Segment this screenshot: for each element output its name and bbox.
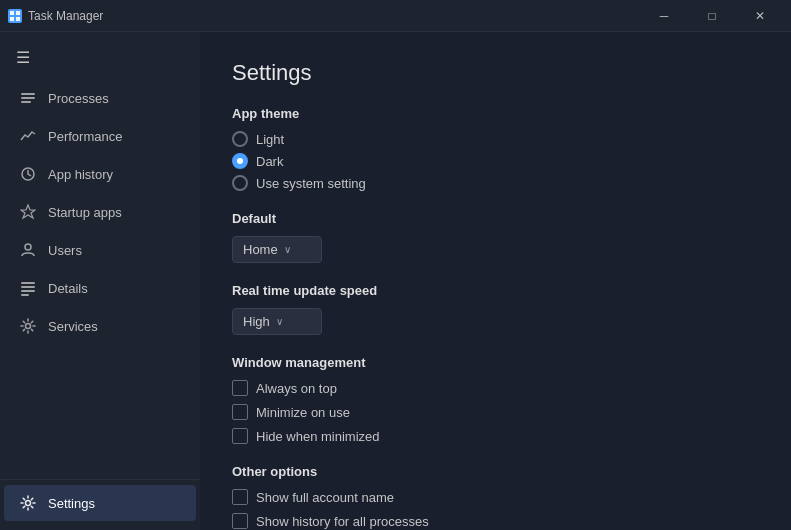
svg-rect-9 — [21, 282, 35, 284]
show-full-account-checkbox[interactable] — [232, 489, 248, 505]
svg-rect-4 — [21, 93, 35, 95]
sidebar-item-users[interactable]: Users — [4, 232, 196, 268]
svg-rect-0 — [10, 11, 14, 15]
theme-light-label: Light — [256, 132, 284, 147]
minimize-on-use-option[interactable]: Minimize on use — [232, 404, 759, 420]
other-options-checkboxes: Show full account name Show history for … — [232, 489, 759, 529]
svg-rect-6 — [21, 101, 31, 103]
realtime-dropdown-value: High — [243, 314, 270, 329]
sidebar-label-app-history: App history — [48, 167, 113, 182]
performance-icon — [20, 128, 36, 144]
hide-when-minimized-checkbox[interactable] — [232, 428, 248, 444]
other-options-section: Other options Show full account name Sho… — [232, 464, 759, 529]
theme-dark-radio[interactable] — [232, 153, 248, 169]
theme-dark-label: Dark — [256, 154, 283, 169]
sidebar-label-users: Users — [48, 243, 82, 258]
minimize-button[interactable]: ─ — [641, 0, 687, 32]
window-controls: ─ □ ✕ — [641, 0, 783, 32]
users-icon — [20, 242, 36, 258]
sidebar-label-settings: Settings — [48, 496, 95, 511]
sidebar-item-settings[interactable]: Settings — [4, 485, 196, 521]
hide-when-minimized-label: Hide when minimized — [256, 429, 380, 444]
services-icon — [20, 318, 36, 334]
show-history-checkbox[interactable] — [232, 513, 248, 529]
hide-when-minimized-option[interactable]: Hide when minimized — [232, 428, 759, 444]
default-section: Default Home ∨ — [232, 211, 759, 263]
close-button[interactable]: ✕ — [737, 0, 783, 32]
svg-rect-10 — [21, 286, 35, 288]
details-icon — [20, 280, 36, 296]
default-dropdown-arrow: ∨ — [284, 244, 291, 255]
theme-light-radio[interactable] — [232, 131, 248, 147]
page-title: Settings — [232, 60, 759, 86]
window-management-checkboxes: Always on top Minimize on use Hide when … — [232, 380, 759, 444]
default-dropdown-value: Home — [243, 242, 278, 257]
show-history-option[interactable]: Show history for all processes — [232, 513, 759, 529]
window-title: Task Manager — [28, 9, 103, 23]
svg-point-13 — [26, 324, 31, 329]
always-on-top-checkbox[interactable] — [232, 380, 248, 396]
default-label: Default — [232, 211, 759, 226]
app-icon — [8, 9, 22, 23]
sidebar-item-services[interactable]: Services — [4, 308, 196, 344]
sidebar-bottom: Settings — [0, 479, 200, 522]
always-on-top-label: Always on top — [256, 381, 337, 396]
app-theme-label: App theme — [232, 106, 759, 121]
svg-point-14 — [26, 501, 31, 506]
show-full-account-label: Show full account name — [256, 490, 394, 505]
sidebar-label-performance: Performance — [48, 129, 122, 144]
minimize-on-use-label: Minimize on use — [256, 405, 350, 420]
window-management-label: Window management — [232, 355, 759, 370]
title-bar: Task Manager ─ □ ✕ — [0, 0, 791, 32]
app-theme-section: App theme Light Dark Use system setting — [232, 106, 759, 191]
main-layout: ☰ Processes Performance — [0, 32, 791, 530]
maximize-button[interactable]: □ — [689, 0, 735, 32]
sidebar-item-performance[interactable]: Performance — [4, 118, 196, 154]
sidebar-item-app-history[interactable]: App history — [4, 156, 196, 192]
theme-radio-group: Light Dark Use system setting — [232, 131, 759, 191]
startup-icon — [20, 204, 36, 220]
other-options-label: Other options — [232, 464, 759, 479]
sidebar-label-processes: Processes — [48, 91, 109, 106]
title-bar-left: Task Manager — [8, 9, 103, 23]
sidebar-label-details: Details — [48, 281, 88, 296]
sidebar-label-services: Services — [48, 319, 98, 334]
settings-icon — [20, 495, 36, 511]
always-on-top-option[interactable]: Always on top — [232, 380, 759, 396]
realtime-dropdown-arrow: ∨ — [276, 316, 283, 327]
sidebar-label-startup-apps: Startup apps — [48, 205, 122, 220]
sidebar-item-startup-apps[interactable]: Startup apps — [4, 194, 196, 230]
theme-light-option[interactable]: Light — [232, 131, 759, 147]
svg-rect-12 — [21, 294, 29, 296]
show-full-account-option[interactable]: Show full account name — [232, 489, 759, 505]
app-history-icon — [20, 166, 36, 182]
realtime-update-label: Real time update speed — [232, 283, 759, 298]
theme-dark-option[interactable]: Dark — [232, 153, 759, 169]
minimize-on-use-checkbox[interactable] — [232, 404, 248, 420]
hamburger-menu[interactable]: ☰ — [0, 40, 200, 75]
default-dropdown[interactable]: Home ∨ — [232, 236, 322, 263]
svg-rect-11 — [21, 290, 35, 292]
svg-rect-3 — [16, 17, 20, 21]
sidebar: ☰ Processes Performance — [0, 32, 200, 530]
sidebar-item-processes[interactable]: Processes — [4, 80, 196, 116]
theme-system-radio[interactable] — [232, 175, 248, 191]
theme-system-label: Use system setting — [256, 176, 366, 191]
window-management-section: Window management Always on top Minimize… — [232, 355, 759, 444]
svg-rect-5 — [21, 97, 35, 99]
realtime-dropdown[interactable]: High ∨ — [232, 308, 322, 335]
processes-icon — [20, 90, 36, 106]
settings-content: Settings App theme Light Dark Use system… — [200, 32, 791, 530]
svg-rect-2 — [10, 17, 14, 21]
show-history-label: Show history for all processes — [256, 514, 429, 529]
realtime-update-section: Real time update speed High ∨ — [232, 283, 759, 335]
theme-system-option[interactable]: Use system setting — [232, 175, 759, 191]
svg-point-8 — [25, 244, 31, 250]
sidebar-item-details[interactable]: Details — [4, 270, 196, 306]
svg-rect-1 — [16, 11, 20, 15]
